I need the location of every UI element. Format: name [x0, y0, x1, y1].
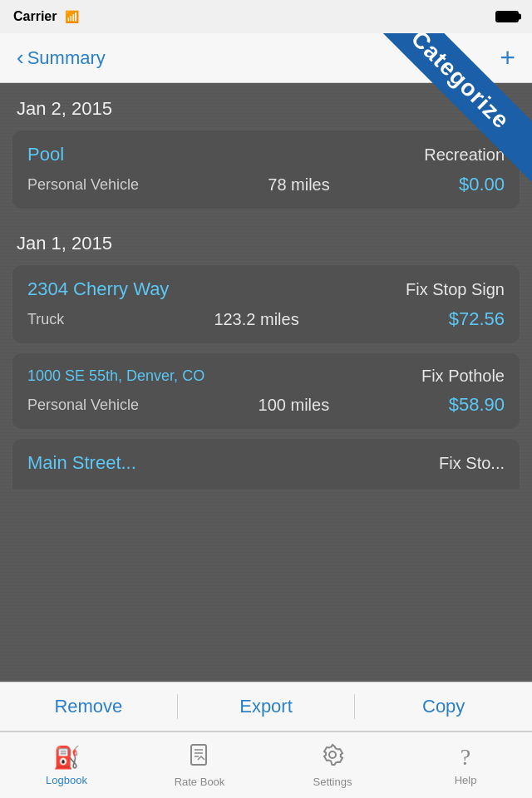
section-date-1: Jan 2, 2015 — [0, 83, 532, 130]
tab-settings[interactable]: Settings — [266, 732, 399, 798]
trip-amount: $0.00 — [459, 174, 505, 195]
trip-category-2: Fix Stop Sign — [406, 280, 505, 299]
trip-miles-2: 123.2 miles — [214, 310, 298, 329]
trip-card-pool[interactable]: Pool Recreation Personal Vehicle 78 mile… — [12, 130, 520, 209]
ratebook-icon — [188, 743, 211, 772]
tab-settings-label: Settings — [313, 776, 352, 788]
trip-card-55th[interactable]: 1000 SE 55th, Denver, CO Fix Pothole Per… — [12, 352, 520, 430]
trip-card-top-2: 2304 Cherry Way Fix Stop Sign — [27, 278, 505, 300]
status-bar: Carrier 📶 — [0, 0, 532, 33]
back-arrow-icon: ‹ — [17, 47, 24, 68]
trip-amount-3: $58.90 — [449, 394, 505, 416]
tab-bar: ⛽ Logbook Rate Book Settings ? Help — [0, 732, 532, 798]
back-button[interactable]: ‹ Summary — [17, 47, 106, 69]
trip-miles: 78 miles — [268, 175, 329, 195]
add-button[interactable]: + — [500, 42, 515, 73]
copy-button[interactable]: Copy — [355, 696, 532, 717]
back-label: Summary — [27, 47, 106, 69]
trip-miles-3: 100 miles — [259, 396, 330, 415]
logbook-icon: ⛽ — [53, 745, 80, 771]
trip-category: Recreation — [424, 145, 505, 165]
export-button[interactable]: Export — [178, 696, 355, 717]
trip-location: Pool — [27, 144, 64, 165]
wifi-icon: 📶 — [65, 10, 79, 23]
tab-ratebook[interactable]: Rate Book — [133, 732, 266, 798]
tab-logbook[interactable]: ⛽ Logbook — [0, 732, 133, 798]
trip-card-top-partial: Main Street... Fix Sto... — [27, 452, 505, 474]
settings-icon — [321, 743, 344, 772]
remove-button[interactable]: Remove — [0, 696, 177, 717]
tab-help[interactable]: ? Help — [399, 732, 532, 798]
trip-vehicle: Personal Vehicle — [27, 176, 139, 194]
trip-card-cherry-way[interactable]: 2304 Cherry Way Fix Stop Sign Truck 123.… — [12, 264, 520, 344]
battery-icon — [495, 11, 519, 22]
trip-card-top-3: 1000 SE 55th, Denver, CO Fix Pothole — [27, 367, 505, 386]
help-icon: ? — [461, 744, 470, 771]
trip-vehicle-2: Truck — [27, 311, 64, 328]
trip-card-bottom-2: Truck 123.2 miles $72.56 — [27, 308, 505, 330]
tab-logbook-label: Logbook — [46, 774, 87, 786]
carrier-label: Carrier — [13, 9, 57, 24]
status-left: Carrier 📶 — [13, 9, 79, 24]
trip-card-bottom: Personal Vehicle 78 miles $0.00 — [27, 174, 505, 195]
nav-bar: ‹ Summary + Categorize — [0, 33, 532, 83]
main-content: Jan 2, 2015 Pool Recreation Personal Veh… — [0, 83, 532, 682]
trip-location-2: 2304 Cherry Way — [27, 278, 169, 300]
trip-location-partial: Main Street... — [27, 452, 136, 474]
tab-help-label: Help — [455, 774, 477, 786]
trip-location-3: 1000 SE 55th, Denver, CO — [27, 367, 204, 385]
trip-card-bottom-3: Personal Vehicle 100 miles $58.90 — [27, 394, 505, 416]
tab-ratebook-label: Rate Book — [175, 776, 225, 788]
trip-card-top: Pool Recreation — [27, 144, 505, 165]
svg-rect-0 — [191, 745, 206, 765]
trip-amount-2: $72.56 — [449, 308, 505, 330]
status-right — [495, 11, 519, 22]
trip-category-partial: Fix Sto... — [439, 454, 505, 473]
section-date-2: Jan 1, 2015 — [0, 218, 532, 264]
trip-category-3: Fix Pothole — [421, 367, 505, 386]
trip-card-partial: Main Street... Fix Sto... — [12, 438, 520, 489]
action-bar: Remove Export Copy — [0, 682, 532, 732]
trip-vehicle-3: Personal Vehicle — [27, 397, 139, 414]
